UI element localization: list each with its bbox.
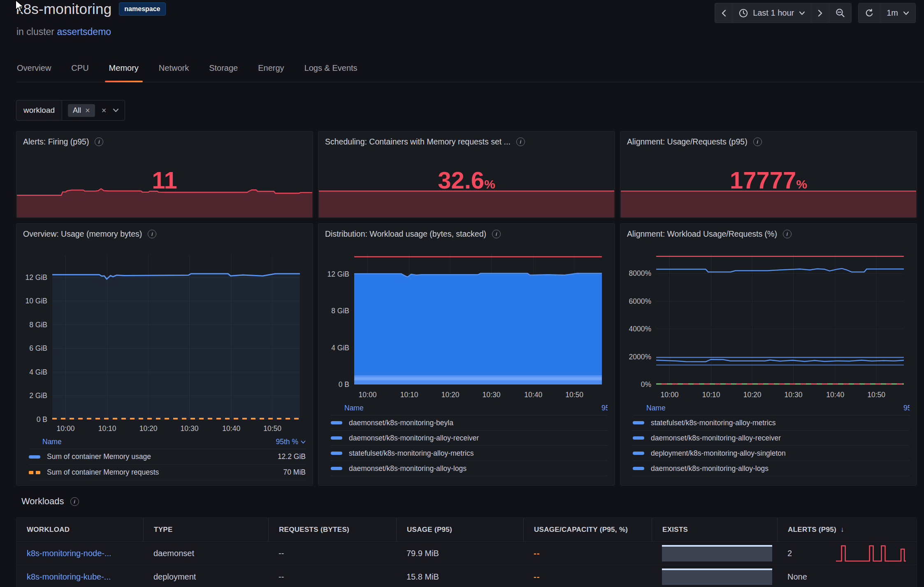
series-color-swatch: [331, 436, 342, 440]
panel-alerts-firing: Alerts: Firing (p95) i 11: [16, 131, 313, 218]
page-title: k8s-monitoring: [16, 1, 111, 17]
svg-text:4 GiB: 4 GiB: [29, 368, 47, 376]
svg-text:8000%: 8000%: [629, 269, 652, 277]
info-icon[interactable]: i: [753, 137, 762, 146]
legend-label: daemonset/k8s-monitoring-alloy-receiver: [349, 434, 608, 443]
cluster-link[interactable]: assertsdemo: [57, 26, 111, 37]
info-icon[interactable]: i: [783, 230, 792, 238]
chip-remove-icon[interactable]: ×: [85, 106, 90, 114]
legend-item[interactable]: statefulset/k8s-monitoring-alloy-metrics: [331, 446, 608, 461]
svg-text:10:20: 10:20: [743, 391, 761, 399]
distribution-chart[interactable]: 10:0010:1010:2010:3010:4010:500 B4 GiB8 …: [319, 247, 614, 401]
legend-item[interactable]: daemonset/k8s-monitoring-alloy-receiver: [633, 431, 910, 446]
svg-text:10:30: 10:30: [181, 424, 199, 433]
column-header-alerts[interactable]: ALERTS (P95)↓: [777, 518, 917, 541]
legend-item[interactable]: statefulset/k8s-monitoring-alloy-metrics: [633, 415, 910, 431]
column-header-exists[interactable]: EXISTS: [652, 518, 777, 541]
legend-name-header[interactable]: Name: [633, 404, 666, 412]
legend-name-header[interactable]: Name: [331, 404, 364, 412]
alignment-chart[interactable]: 10:0010:1010:2010:3010:4010:500%2000%400…: [621, 247, 916, 401]
tab-network[interactable]: Network: [158, 61, 190, 82]
legend-label: deployment/k8s-monitoring-alloy-singleto…: [651, 449, 910, 458]
tab-energy[interactable]: Energy: [257, 61, 285, 82]
filter-dropdown-icon[interactable]: [113, 108, 119, 112]
legend-value-header[interactable]: 95th %: [903, 404, 910, 412]
workloads-section: Workloads i WORKLOAD TYPE REQUESTS (BYTE…: [16, 496, 917, 587]
tab-memory[interactable]: Memory: [108, 61, 139, 82]
column-header-usage-capacity[interactable]: USAGE/CAPACITY (P95, %): [523, 518, 652, 541]
legend-value-header[interactable]: 95th %: [601, 404, 608, 412]
legend-item[interactable]: Sum of container Memory usage12.2 GiB: [29, 449, 306, 465]
svg-text:10:40: 10:40: [524, 391, 542, 399]
info-icon[interactable]: i: [492, 230, 501, 238]
tab-storage[interactable]: Storage: [208, 61, 239, 82]
column-header-type[interactable]: TYPE: [143, 518, 268, 541]
zoom-out-button[interactable]: [829, 3, 851, 23]
requests-cell: --: [268, 549, 396, 558]
overview-legend: Name95th %Sum of container Memory usage1…: [17, 435, 312, 480]
svg-text:2 GiB: 2 GiB: [29, 391, 47, 400]
legend-label: statefulset/k8s-monitoring-alloy-metrics: [651, 419, 910, 427]
tab-cpu[interactable]: CPU: [70, 61, 89, 82]
chevron-down-icon: [903, 11, 909, 15]
workload-link[interactable]: k8s-monitoring-node-...: [27, 549, 111, 558]
svg-text:0 B: 0 B: [339, 380, 349, 389]
filter-chip-all[interactable]: All ×: [68, 104, 95, 117]
refresh-button[interactable]: [859, 3, 880, 23]
filter-value-box[interactable]: All × ×: [62, 100, 125, 121]
legend-value: 12.2 GiB: [278, 452, 306, 461]
legend-item[interactable]: daemonset/k8s-monitoring-alloy-logs: [331, 461, 608, 476]
subtitle: in cluster assertsdemo: [16, 26, 111, 37]
legend-label: daemonset/k8s-monitoring-alloy-receiver: [651, 434, 910, 443]
svg-text:10:00: 10:00: [359, 391, 377, 399]
svg-text:10:00: 10:00: [661, 391, 679, 399]
legend-label: daemonset/k8s-monitoring-alloy-logs: [651, 464, 910, 473]
tab-overview[interactable]: Overview: [16, 61, 52, 82]
time-forward-button[interactable]: [812, 3, 829, 23]
refresh-interval-picker[interactable]: 1m: [880, 3, 915, 23]
info-icon[interactable]: i: [516, 137, 525, 146]
column-header-workload[interactable]: WORKLOAD: [16, 518, 143, 541]
info-icon[interactable]: i: [70, 497, 79, 506]
series-color-swatch: [633, 467, 644, 470]
type-cell: daemonset: [143, 549, 268, 558]
legend-item[interactable]: deployment/k8s-monitoring-alloy-singleto…: [633, 446, 910, 461]
workload-link[interactable]: k8s-monitoring-kube-...: [27, 572, 111, 582]
time-range-picker[interactable]: Last 1 hour: [733, 3, 812, 23]
series-color-swatch: [331, 452, 342, 455]
legend-name-header[interactable]: Name: [29, 438, 62, 446]
grafana-dashboard: k8s-monitoring namespace in cluster asse…: [0, 0, 924, 587]
info-icon[interactable]: i: [148, 230, 156, 238]
stat-value: 32.6%: [318, 168, 615, 197]
zoom-out-icon: [836, 8, 845, 18]
legend-item[interactable]: daemonset/k8s-monitoring-alloy-receiver: [331, 431, 608, 446]
mouse-cursor: [15, 0, 27, 14]
panel-title: Distribution: Workload usage (bytes, sta…: [325, 229, 486, 239]
series-color-swatch: [29, 471, 40, 474]
alerts-pulse-sparkline: [836, 544, 906, 562]
svg-text:8 GiB: 8 GiB: [29, 321, 47, 329]
legend-item[interactable]: daemonset/k8s-monitoring-alloy-logs: [633, 461, 910, 476]
usage-cell: 79.9 MiB: [396, 549, 523, 558]
info-icon[interactable]: i: [95, 137, 103, 146]
time-toolbar: Last 1 hour 1m: [715, 3, 916, 23]
svg-text:10:30: 10:30: [785, 391, 803, 399]
legend-item[interactable]: Sum of container Memory requests70 MiB: [29, 465, 306, 480]
filter-chip-label: All: [73, 106, 81, 115]
time-back-button[interactable]: [715, 3, 733, 23]
series-color-swatch: [633, 421, 644, 424]
panel-overview-usage: Overview: Usage (memory bytes) i 10:0010…: [16, 223, 313, 486]
column-header-usage[interactable]: USAGE (P95): [396, 518, 523, 541]
legend-value-header[interactable]: 95th %: [276, 438, 306, 446]
legend-label: statefulset/k8s-monitoring-alloy-metrics: [349, 449, 608, 458]
svg-text:10:10: 10:10: [702, 391, 720, 399]
tab-logs-events[interactable]: Logs & Events: [304, 61, 358, 82]
filter-clear-icon[interactable]: ×: [102, 106, 107, 114]
legend-value: 70 MiB: [283, 468, 306, 477]
type-cell: deployment: [143, 572, 268, 582]
svg-text:12 GiB: 12 GiB: [327, 270, 350, 278]
legend-item[interactable]: daemonset/k8s-monitoring-beyla: [331, 415, 608, 431]
svg-text:10:20: 10:20: [441, 391, 460, 399]
overview-usage-chart[interactable]: 10:0010:1010:2010:3010:4010:500 B2 GiB4 …: [17, 247, 312, 435]
column-header-requests[interactable]: REQUESTS (BYTES): [268, 518, 396, 541]
